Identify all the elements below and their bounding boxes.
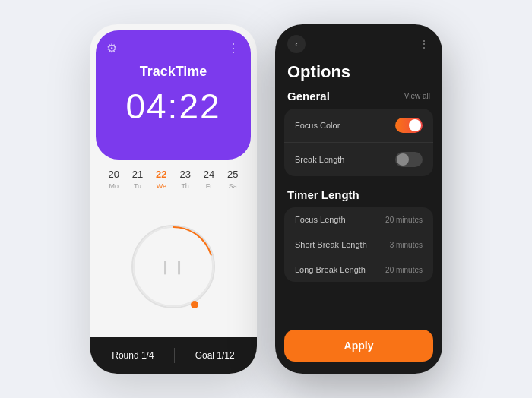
- focus-length-label: Focus Length: [295, 215, 346, 224]
- day-name: Th: [181, 182, 189, 190]
- short-break-row: Short Break Length 3 minutes: [284, 232, 433, 257]
- day-name: We: [157, 182, 166, 190]
- gear-icon[interactable]: ⚙: [106, 41, 117, 55]
- break-length-toggle[interactable]: [395, 152, 423, 167]
- calendar-day-th[interactable]: 23 Th: [179, 169, 190, 190]
- timer-length-title: Timer Length: [275, 185, 442, 207]
- general-section-header: General View all: [275, 90, 442, 109]
- timer-length-card: Focus Length 20 minutes Short Break Leng…: [284, 207, 433, 282]
- calendar-day-sa[interactable]: 25 Sa: [227, 169, 238, 190]
- more-options-icon[interactable]: ⋮: [227, 41, 240, 55]
- round-label[interactable]: Round 1/4: [112, 350, 154, 361]
- day-name: Sa: [229, 182, 237, 190]
- long-break-value: 20 minutes: [385, 266, 423, 274]
- short-break-value: 3 minutes: [390, 241, 423, 249]
- back-button[interactable]: ‹: [287, 35, 306, 53]
- apply-button[interactable]: Apply: [284, 330, 433, 362]
- options-title: Options: [275, 56, 442, 90]
- focus-color-label: Focus Color: [295, 121, 340, 130]
- divider: [174, 348, 175, 363]
- calendar-day-tu[interactable]: 21 Tu: [132, 169, 143, 190]
- progress-dot: [191, 301, 198, 308]
- goal-label[interactable]: Goal 1/12: [195, 350, 235, 361]
- timer-circle[interactable]: ❙❙: [131, 225, 215, 308]
- progress-arc: [131, 225, 215, 308]
- calendar-day-we[interactable]: 22 We: [156, 169, 166, 190]
- day-number: 24: [204, 169, 214, 180]
- day-number: 23: [179, 169, 190, 180]
- day-name: Fr: [206, 182, 213, 190]
- calendar-day-fr[interactable]: 24 Fr: [204, 169, 214, 190]
- timer-display: 04:22: [125, 86, 220, 127]
- focus-color-toggle[interactable]: [395, 118, 423, 133]
- general-settings-card: Focus Color Break Length: [284, 109, 433, 176]
- focus-length-value: 20 minutes: [385, 216, 423, 224]
- day-number: 25: [227, 169, 238, 180]
- right-phone: ‹ ⋮ Options General View all Focus Color…: [275, 24, 442, 374]
- focus-length-row: Focus Length 20 minutes: [284, 207, 433, 232]
- view-all-link[interactable]: View all: [404, 92, 430, 100]
- short-break-label: Short Break Length: [295, 240, 367, 249]
- app-title: TrackTime: [140, 64, 207, 80]
- day-number: 22: [156, 169, 166, 180]
- long-break-row: Long Break Length 20 minutes: [284, 257, 433, 282]
- focus-color-row: Focus Color: [284, 109, 433, 142]
- break-length-row: Break Length: [284, 142, 433, 176]
- day-number: 20: [108, 169, 119, 180]
- app-header: ⚙ ⋮ TrackTime 04:22: [96, 30, 251, 160]
- day-number: 21: [132, 169, 143, 180]
- long-break-label: Long Break Length: [295, 265, 366, 274]
- calendar-strip: 20 Mo 21 Tu 22 We 23 Th 24 Fr 25 Sa: [90, 160, 257, 196]
- left-phone: ⚙ ⋮ TrackTime 04:22 20 Mo 21 Tu 22 We 23…: [90, 24, 257, 374]
- more-options-icon[interactable]: ⋮: [419, 38, 430, 50]
- day-name: Tu: [134, 182, 141, 190]
- day-name: Mo: [109, 182, 119, 190]
- general-section-title: General: [287, 90, 330, 103]
- bottom-bar: Round 1/4 Goal 1/12: [90, 337, 257, 374]
- break-length-label: Break Length: [295, 155, 344, 164]
- calendar-day-mo[interactable]: 20 Mo: [108, 169, 119, 190]
- top-bar: ‹ ⋮: [275, 24, 442, 56]
- timer-circle-area: ❙❙: [90, 196, 257, 337]
